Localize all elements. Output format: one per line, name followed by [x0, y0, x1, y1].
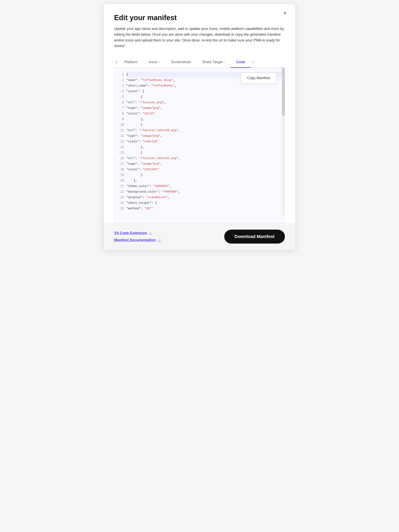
icons-warning-icon: ! — [158, 60, 160, 64]
line-number-10: ▾10 — [114, 122, 126, 127]
line-number-20: 20 — [114, 178, 126, 183]
line-number-6: 6 — [114, 100, 126, 105]
tab-code[interactable]: Code — [231, 57, 251, 67]
code-line-3: "short_name": "ToffeeMoney", — [126, 83, 285, 89]
code-line-18: "sizes": "192x192" — [126, 167, 285, 172]
code-line-13: "sizes": "128x128" — [126, 139, 285, 144]
line-number-8: 8 — [114, 111, 126, 116]
edit-manifest-modal: × Edit your manifest Update your app nam… — [104, 4, 295, 250]
copy-manifest-button[interactable]: Copy Manifest — [241, 73, 277, 83]
tab-icons[interactable]: Icons ! — [143, 57, 165, 67]
code-line-10: { — [126, 122, 285, 127]
line-numbers: 123▾4▾56789▾1011121314▾15161718192021222… — [114, 68, 126, 215]
line-number-5: ▾5 — [114, 94, 126, 100]
line-number-21: 21 — [114, 183, 126, 189]
line-number-19: 19 — [114, 172, 126, 178]
code-line-21: "theme_color": "#000000", — [126, 183, 285, 189]
tab-prev-arrow[interactable]: ‹ — [114, 60, 119, 64]
modal-title: Edit your manifest — [114, 13, 285, 22]
tabs-container: ‹ Platform Icons ! Screenshots Share Tar… — [114, 57, 285, 68]
code-line-23: "display": "standalone", — [126, 195, 285, 200]
line-number-9: 9 — [114, 116, 126, 122]
code-line-14: }, — [126, 144, 285, 150]
code-line-20: ], — [126, 178, 285, 183]
code-line-6: "src": "/favicon.png", — [126, 100, 285, 105]
code-editor: Copy Manifest 123▾4▾56789▾1011121314▾151… — [114, 68, 285, 223]
scrollbar[interactable] — [282, 68, 285, 215]
code-line-11: "src": "/favicon-128x128.png", — [126, 127, 285, 133]
line-number-11: 11 — [114, 127, 126, 133]
code-line-22: "background_color": "#000000", — [126, 189, 285, 195]
modal-description: Update your app name and description, ad… — [114, 26, 285, 49]
line-number-22: 22 — [114, 189, 126, 195]
line-number-1: 1 — [114, 72, 126, 77]
tab-screenshots[interactable]: Screenshots — [165, 57, 197, 67]
line-number-12: 12 — [114, 133, 126, 139]
close-button[interactable]: × — [282, 10, 288, 17]
line-number-7: 7 — [114, 105, 126, 111]
scrollbar-thumb[interactable] — [282, 68, 285, 116]
line-number-14: 14 — [114, 144, 126, 150]
manifest-documentation-link[interactable]: Manifest Documentation → — [114, 238, 161, 242]
code-content[interactable]: { "name": "ToffeeMoney Blog", "short_nam… — [126, 68, 285, 215]
line-number-16: 16 — [114, 155, 126, 161]
code-line-15: { — [126, 150, 285, 155]
code-line-17: "type": "image/png", — [126, 161, 285, 167]
line-number-13: 13 — [114, 139, 126, 144]
line-number-2: 2 — [114, 77, 126, 83]
code-line-24: "share_target": { — [126, 200, 285, 206]
code-line-8: "sizes": "32x32" — [126, 111, 285, 116]
footer-links: VS Code Extension → Manifest Documentati… — [114, 231, 161, 242]
line-number-4: ▾4 — [114, 89, 126, 94]
line-number-24: ▾24 — [114, 200, 126, 206]
line-number-3: 3 — [114, 83, 126, 89]
code-line-12: "type": "image/png", — [126, 133, 285, 139]
line-number-17: 17 — [114, 161, 126, 167]
tab-next-arrow[interactable]: › — [251, 60, 255, 64]
modal-footer: VS Code Extension → Manifest Documentati… — [104, 223, 295, 250]
line-number-18: 18 — [114, 167, 126, 172]
download-manifest-button[interactable]: Download Manifest — [224, 230, 285, 244]
code-line-9: }, — [126, 116, 285, 122]
code-line-7: "type": "image/png", — [126, 105, 285, 111]
code-line-16: "src": "/favicon-192x192.png", — [126, 155, 285, 161]
line-number-25: 25 — [114, 206, 126, 211]
line-number-23: 23 — [114, 195, 126, 200]
manifest-doc-arrow-icon: → — [157, 238, 161, 242]
code-line-25: "method": "GET" — [126, 206, 285, 211]
vs-code-arrow-icon: → — [149, 231, 152, 235]
tab-platform[interactable]: Platform — [119, 57, 143, 67]
line-number-15: ▾15 — [114, 150, 126, 155]
tab-share-target[interactable]: Share Target ! — [197, 57, 231, 67]
code-editor-inner: 123▾4▾56789▾1011121314▾15161718192021222… — [114, 68, 285, 215]
code-line-4: "icons": [ — [126, 89, 285, 94]
vs-code-extension-link[interactable]: VS Code Extension → — [114, 231, 161, 235]
code-line-19: } — [126, 172, 285, 178]
code-line-5: { — [126, 94, 285, 100]
share-target-warning-icon: ! — [223, 60, 225, 64]
